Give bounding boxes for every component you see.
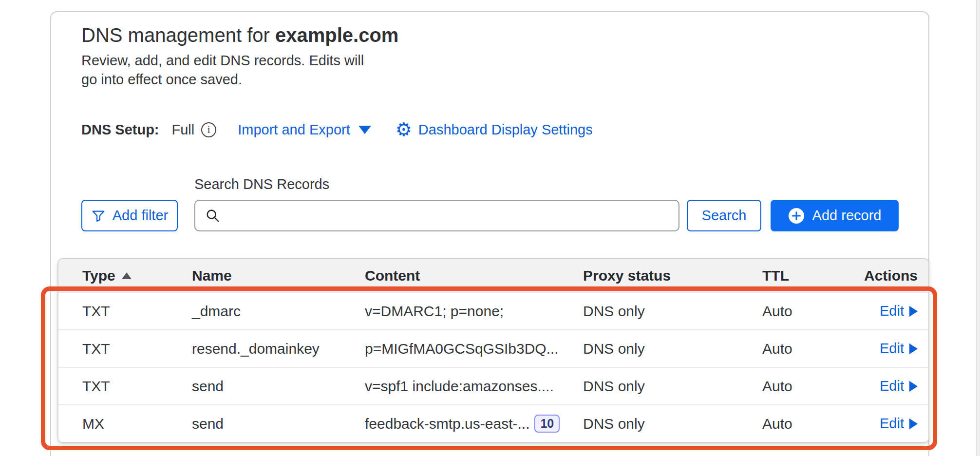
column-header-type[interactable]: Type	[82, 267, 192, 284]
cell-name: resend._domainkey	[192, 341, 365, 357]
column-header-type-label: Type	[82, 267, 115, 284]
page-description-line2: go into effect once saved.	[81, 70, 364, 89]
cell-type: TXT	[82, 303, 192, 320]
column-header-actions: Actions	[848, 267, 918, 284]
priority-badge: 10	[534, 415, 560, 433]
cell-ttl: Auto	[762, 378, 848, 395]
cell-type: TXT	[82, 378, 192, 395]
page-description: Review, add, and edit DNS records. Edits…	[81, 51, 364, 89]
edit-link[interactable]: Edit	[880, 303, 904, 319]
cell-actions: Edit	[848, 303, 918, 319]
cell-proxy-status: DNS only	[583, 303, 762, 320]
chevron-right-icon	[909, 381, 918, 392]
table-row: MX send feedback-smtp.us-east-...10 DNS …	[58, 404, 928, 442]
chevron-right-icon	[909, 306, 918, 317]
cell-actions: Edit	[848, 378, 918, 394]
edit-link[interactable]: Edit	[880, 341, 904, 357]
cell-content: feedback-smtp.us-east-...10	[365, 415, 583, 433]
cell-actions: Edit	[848, 416, 918, 432]
plus-circle-icon	[788, 208, 805, 224]
sort-ascending-icon	[122, 272, 132, 279]
cell-proxy-status: DNS only	[583, 341, 762, 357]
column-header-ttl: TTL	[762, 267, 848, 284]
page-title-domain: example.com	[275, 24, 398, 46]
import-export-label: Import and Export	[238, 122, 350, 138]
column-header-name: Name	[192, 267, 365, 284]
cell-type: TXT	[82, 341, 192, 357]
search-button-label: Search	[702, 208, 747, 224]
import-export-link[interactable]: Import and Export	[238, 122, 371, 138]
chevron-down-icon	[358, 126, 371, 134]
cell-name: send	[192, 378, 365, 395]
search-input[interactable]	[194, 200, 679, 231]
cell-content: v=DMARC1; p=none;	[365, 303, 583, 320]
record-content-text: v=spf1 include:amazonses....	[365, 378, 554, 395]
cell-type: MX	[82, 416, 192, 432]
cell-content: p=MIGfMA0GCSqGSIb3DQ...	[365, 341, 583, 357]
dns-setup-value: Full	[172, 122, 195, 138]
search-button[interactable]: Search	[687, 200, 761, 231]
add-record-label: Add record	[812, 208, 882, 224]
dns-management-card: DNS management for example.com Review, a…	[50, 11, 929, 456]
cell-ttl: Auto	[762, 341, 848, 357]
record-content-text: v=DMARC1; p=none;	[365, 303, 504, 320]
dashboard-display-settings-label: Dashboard Display Settings	[418, 122, 593, 138]
search-icon	[205, 208, 220, 223]
cell-ttl: Auto	[762, 416, 848, 432]
filter-funnel-icon	[91, 209, 106, 223]
page: DNS management for example.com Review, a…	[0, 0, 980, 456]
search-records-label: Search DNS Records	[194, 176, 329, 192]
page-title-prefix: DNS management for	[81, 24, 275, 46]
cell-name: send	[192, 416, 365, 432]
table-row: TXT resend._domainkey p=MIGfMA0GCSqGSIb3…	[58, 329, 928, 367]
add-filter-label: Add filter	[113, 208, 168, 224]
edit-link[interactable]: Edit	[880, 378, 904, 394]
cell-actions: Edit	[848, 341, 918, 357]
dns-setup-label: DNS Setup:	[81, 122, 159, 138]
cell-proxy-status: DNS only	[583, 416, 762, 432]
column-header-content: Content	[365, 267, 583, 284]
add-record-button[interactable]: Add record	[771, 200, 899, 231]
page-title: DNS management for example.com	[81, 24, 398, 46]
dns-setup-row: DNS Setup: Full i Import and Export ⚙ Da…	[81, 120, 593, 139]
page-description-line1: Review, add, and edit DNS records. Edits…	[81, 51, 364, 70]
record-content-text: feedback-smtp.us-east-...	[365, 416, 529, 432]
dns-records-table: Type Name Content Proxy status TTL Actio…	[57, 258, 929, 443]
dashboard-display-settings-link[interactable]: Dashboard Display Settings	[418, 122, 593, 138]
chevron-right-icon	[909, 343, 918, 354]
edit-link[interactable]: Edit	[880, 416, 904, 432]
cell-ttl: Auto	[762, 303, 848, 320]
add-filter-button[interactable]: Add filter	[81, 200, 178, 231]
cell-proxy-status: DNS only	[583, 378, 762, 395]
table-header-row: Type Name Content Proxy status TTL Actio…	[58, 259, 928, 292]
search-field	[194, 200, 679, 231]
cell-content: v=spf1 include:amazonses....	[365, 378, 583, 395]
record-content-text: p=MIGfMA0GCSqGSIb3DQ...	[365, 341, 559, 357]
table-row: TXT _dmarc v=DMARC1; p=none; DNS only Au…	[58, 292, 928, 329]
scrollbar-gutter	[976, 0, 980, 456]
info-icon[interactable]: i	[201, 122, 216, 137]
gear-icon: ⚙	[396, 120, 412, 139]
chevron-right-icon	[909, 418, 918, 429]
cell-name: _dmarc	[192, 303, 365, 320]
table-body: TXT _dmarc v=DMARC1; p=none; DNS only Au…	[58, 292, 928, 442]
column-header-proxy-status: Proxy status	[583, 267, 762, 284]
table-row: TXT send v=spf1 include:amazonses.... DN…	[58, 367, 928, 404]
